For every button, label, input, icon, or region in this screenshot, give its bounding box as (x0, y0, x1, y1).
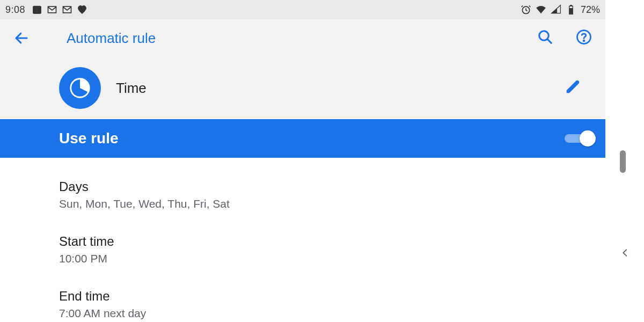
help-button[interactable] (572, 26, 596, 50)
setting-value: 10:00 PM (59, 252, 605, 265)
setting-title: End time (59, 289, 605, 304)
setting-title: Start time (59, 234, 605, 249)
use-rule-toggle[interactable] (565, 130, 592, 147)
page-title: Automatic rule (67, 30, 156, 47)
cell-signal-icon (551, 4, 561, 15)
setting-value: 7:00 AM next day (59, 307, 605, 320)
collapse-chevron[interactable] (619, 247, 631, 261)
status-bar: 9:08 31 (0, 0, 605, 19)
setting-days[interactable]: Days Sun, Mon, Tue, Wed, Thu, Fri, Sat (59, 167, 605, 222)
setting-start-time[interactable]: Start time 10:00 PM (59, 222, 605, 277)
appbar: Automatic rule (0, 19, 605, 57)
mail-icon (47, 4, 57, 15)
status-clock: 9:08 (5, 4, 25, 16)
search-button[interactable] (533, 26, 557, 50)
screen: 9:08 31 (0, 0, 605, 322)
pencil-icon (565, 87, 596, 97)
status-left: 9:08 31 (5, 4, 87, 16)
use-rule-row[interactable]: Use rule (0, 119, 605, 158)
scrollbar-thumb[interactable] (620, 150, 626, 173)
calendar-icon: 31 (32, 4, 42, 15)
search-icon (537, 29, 553, 47)
help-icon (576, 29, 592, 47)
battery-icon (566, 4, 576, 15)
settings-list: Days Sun, Mon, Tue, Wed, Thu, Fri, Sat S… (0, 158, 605, 322)
mail-icon (62, 4, 72, 15)
appbar-region: Automatic rule Time (0, 19, 605, 119)
setting-title: Days (59, 179, 605, 194)
svg-text:31: 31 (34, 8, 40, 13)
rule-name: Time (116, 80, 147, 97)
use-rule-label: Use rule (59, 130, 119, 147)
chevron-left-icon (619, 251, 631, 260)
svg-point-10 (583, 40, 584, 41)
edit-rule-button[interactable] (565, 79, 596, 97)
battery-percent: 72% (581, 4, 600, 16)
svg-rect-6 (570, 5, 572, 6)
right-gutter (605, 0, 644, 322)
svg-rect-7 (569, 9, 572, 14)
heart-icon (77, 4, 87, 15)
setting-end-time[interactable]: End time 7:00 AM next day (59, 277, 605, 322)
status-right: 72% (521, 4, 600, 16)
time-rule-icon (59, 67, 101, 109)
wifi-icon (536, 4, 546, 15)
back-button[interactable] (10, 26, 33, 50)
rule-header: Time (0, 57, 605, 119)
alarm-icon (521, 4, 531, 15)
setting-value: Sun, Mon, Tue, Wed, Thu, Fri, Sat (59, 197, 605, 210)
